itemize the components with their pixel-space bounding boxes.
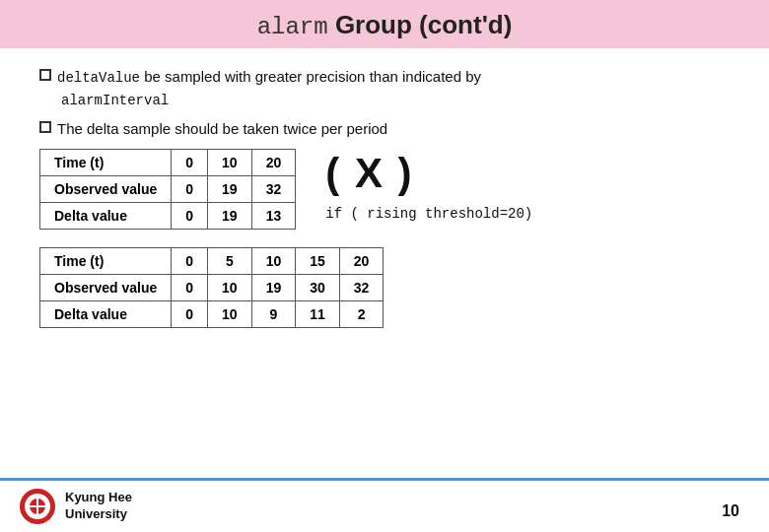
bullet-item-2: The delta sample should be taken twice p… <box>39 118 730 139</box>
table-cell: 10 <box>251 248 296 275</box>
table-cell: 10 <box>208 301 252 328</box>
table-cell: 32 <box>339 275 384 301</box>
table-cell: 0 <box>172 176 208 203</box>
table-cell: 5 <box>208 248 252 275</box>
table-cell: Delta value <box>40 301 172 328</box>
table-1: Time (t) 0 10 20 Observed value 0 19 32 … <box>39 149 296 230</box>
table1-block: Time (t) 0 10 20 Observed value 0 19 32 … <box>39 149 730 230</box>
university-line2: University <box>65 506 127 521</box>
table2-block: Time (t) 0 5 10 15 20 Observed value 0 1… <box>39 247 730 328</box>
table-cell: Time (t) <box>40 150 172 176</box>
keyword-alarminterval: alarmInterval <box>61 93 169 108</box>
university-line1: Kyung Hee <box>65 490 132 504</box>
bullet-text-2: The delta sample should be taken twice p… <box>57 118 387 139</box>
table-cell: 20 <box>251 150 296 176</box>
bullet-square-2 <box>39 121 51 133</box>
table-cell: 0 <box>172 248 208 275</box>
table-cell: 15 <box>296 248 340 275</box>
table-cell: 10 <box>208 275 252 301</box>
university-name: Kyung Hee University <box>65 490 132 523</box>
bullet-square-1 <box>39 69 51 81</box>
table-row: Delta value 0 19 13 <box>40 203 296 230</box>
table-cell: 30 <box>296 275 340 301</box>
table-cell: 2 <box>339 301 384 328</box>
table-cell: 20 <box>339 248 384 275</box>
table-cell: 13 <box>251 203 296 230</box>
table-cell: Observed value <box>40 176 172 203</box>
table-cell: 0 <box>172 203 208 230</box>
annotation-1: ( X ) if ( rising threshold=20) <box>325 149 532 222</box>
bullet-text-1: deltaValue be sampled with greater preci… <box>57 66 481 110</box>
table-cell: Delta value <box>40 203 172 230</box>
table-cell: 19 <box>208 203 252 230</box>
table-cell: Time (t) <box>40 248 172 275</box>
bullet-item-1: deltaValue be sampled with greater preci… <box>39 66 730 110</box>
if-condition-text: if ( rising threshold=20) <box>325 206 532 222</box>
tables-section: Time (t) 0 10 20 Observed value 0 19 32 … <box>39 149 730 328</box>
cross-symbol: ( X ) <box>325 153 532 194</box>
table-row: Time (t) 0 5 10 15 20 <box>40 248 384 275</box>
table-cell: 9 <box>251 301 296 328</box>
table-cell: 10 <box>208 150 252 176</box>
table-row: Time (t) 0 10 20 <box>40 150 296 176</box>
svg-rect-4 <box>26 505 49 507</box>
table-cell: 32 <box>251 176 296 203</box>
keyword-deltavalue: deltaValue <box>57 70 140 86</box>
table-cell: Observed value <box>40 275 172 301</box>
table-cell: 19 <box>251 275 296 301</box>
table-2: Time (t) 0 5 10 15 20 Observed value 0 1… <box>39 247 384 328</box>
header-bold: Group (cont'd) <box>328 10 513 39</box>
university-logo <box>18 487 57 526</box>
main-content: deltaValue be sampled with greater preci… <box>0 66 769 328</box>
page-number: 10 <box>722 502 739 520</box>
table-row: Observed value 0 10 19 30 32 <box>40 275 384 301</box>
table-cell: 0 <box>172 275 208 301</box>
table-cell: 0 <box>172 150 208 176</box>
bullet-suffix-1: be sampled with greater precision than i… <box>140 68 481 85</box>
table-row: Delta value 0 10 9 11 2 <box>40 301 384 328</box>
page-header: alarm Group (cont'd) <box>0 0 769 48</box>
header-title: alarm Group (cont'd) <box>257 10 513 39</box>
footer: Kyung Hee University 10 <box>0 478 769 532</box>
table-cell: 19 <box>208 176 252 203</box>
table-cell: 11 <box>296 301 340 328</box>
table-cell: 0 <box>172 301 208 328</box>
table-row: Observed value 0 19 32 <box>40 176 296 203</box>
header-mono: alarm <box>257 14 328 40</box>
